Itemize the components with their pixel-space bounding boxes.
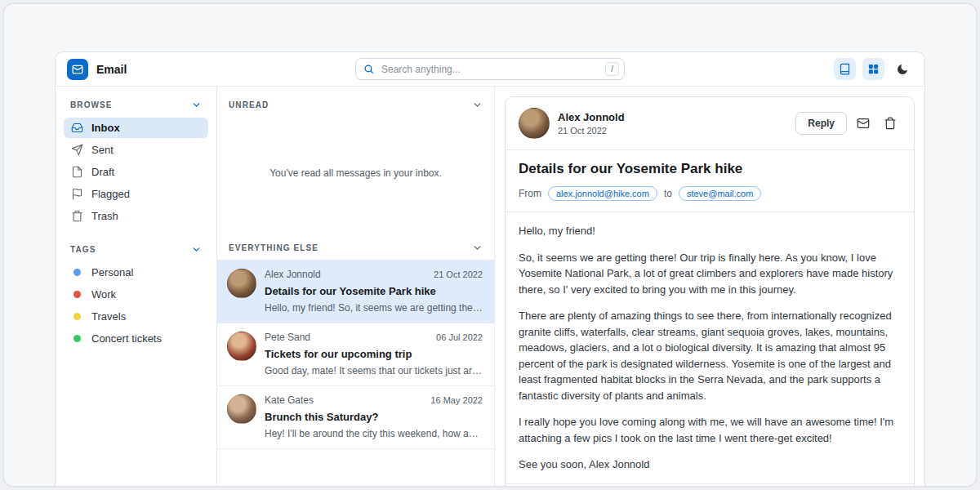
- apps-grid-icon: [867, 63, 880, 75]
- to-email-chip[interactable]: steve@mail.com: [679, 186, 761, 201]
- sender-info: Alex Jonnold 21 Oct 2022: [558, 111, 625, 136]
- divider: [506, 149, 914, 150]
- email-body-paragraph: See you soon, Alex Jonnold: [519, 457, 901, 473]
- avatar: [227, 269, 256, 298]
- divider: [506, 483, 914, 484]
- sidebar-item-label: Trash: [91, 210, 118, 222]
- book-icon: [839, 63, 851, 75]
- tag-color-dot: [74, 269, 81, 276]
- sender-name: Alex Jonnold: [558, 111, 625, 123]
- tag-label: Personal: [91, 266, 133, 278]
- avatar: [519, 108, 550, 139]
- to-label: to: [664, 188, 672, 199]
- delete-icon-button[interactable]: [879, 113, 901, 135]
- chevron-down-icon[interactable]: [191, 244, 202, 255]
- mail-item-body: Pete Sand 06 Jul 2022 Tickets for our up…: [265, 332, 483, 376]
- tags-list: Personal Work Travels Concert tickets: [64, 262, 208, 349]
- everything-else-label: Everything else: [229, 243, 318, 252]
- chevron-down-icon[interactable]: [472, 243, 483, 253]
- unread-empty-message: You've read all messages in your inbox.: [217, 117, 494, 229]
- mail-item-snippet: Good day, mate! It seems that our ticket…: [265, 365, 483, 376]
- window-frame: Email /: [2, 2, 978, 488]
- tag-color-dot: [74, 313, 81, 320]
- sidebar-item-inbox[interactable]: Inbox: [64, 118, 208, 138]
- mail-item-meta: Alex Jonnold 21 Oct 2022: [265, 269, 483, 280]
- app-title: Email: [96, 63, 127, 76]
- brand: Email: [67, 59, 127, 80]
- sidebar-item-flagged[interactable]: Flagged: [64, 184, 208, 204]
- mail-list-item[interactable]: Pete Sand 06 Jul 2022 Tickets for our up…: [217, 323, 494, 386]
- mail-item-title: Tickets for our upcoming trip: [265, 348, 483, 360]
- moon-icon: [896, 63, 909, 76]
- chevron-down-icon[interactable]: [191, 100, 202, 110]
- inbox-icon: [70, 122, 83, 134]
- trash-icon: [884, 117, 897, 130]
- email-app: Email /: [55, 51, 925, 488]
- tag-item-personal[interactable]: Personal: [64, 262, 208, 283]
- unread-section-header[interactable]: Unread: [217, 87, 494, 117]
- mail-items-list: Alex Jonnold 21 Oct 2022 Details for our…: [217, 260, 494, 449]
- divider: [506, 212, 914, 212]
- header-actions: [834, 58, 913, 80]
- search-box: /: [355, 58, 625, 80]
- mail-item-date: 06 Jul 2022: [436, 332, 483, 342]
- tag-item-travels[interactable]: Travels: [64, 306, 208, 327]
- tags-section-header[interactable]: Tags: [64, 244, 208, 255]
- tag-item-concert-tickets[interactable]: Concert tickets: [64, 328, 208, 349]
- sidebar-item-label: Inbox: [91, 122, 120, 134]
- sidebar-item-sent[interactable]: Sent: [64, 140, 208, 160]
- tag-color-dot: [74, 291, 81, 298]
- email-body-paragraph: So, it seems we are getting there! Our t…: [519, 250, 901, 298]
- search-input[interactable]: [380, 63, 599, 76]
- email-card-header: Alex Jonnold 21 Oct 2022 Reply: [519, 108, 901, 139]
- from-email-chip[interactable]: alex.jonnold@hike.com: [548, 186, 657, 201]
- header-bar: Email /: [56, 52, 924, 87]
- email-body-paragraph: There are plenty of amazing things to se…: [519, 308, 901, 403]
- mail-item-title: Details for our Yosemite Park hike: [265, 285, 483, 297]
- email-card: Alex Jonnold 21 Oct 2022 Reply: [505, 96, 915, 488]
- email-date: 21 Oct 2022: [558, 126, 625, 136]
- draft-icon: [70, 166, 83, 178]
- email-body-paragraph: I really hope you love coming along with…: [519, 414, 901, 446]
- sidebar-item-label: Flagged: [91, 188, 130, 200]
- mail-item-title: Brunch this Saturday?: [265, 411, 483, 423]
- mail-item-sender: Pete Sand: [265, 332, 310, 343]
- from-to-row: From alex.jonnold@hike.com to steve@mail…: [519, 186, 901, 201]
- avatar: [227, 394, 256, 424]
- search-shortcut-key: /: [605, 62, 619, 76]
- tag-item-work[interactable]: Work: [64, 284, 208, 305]
- apps-grid-icon-button[interactable]: [862, 58, 884, 80]
- mail-list-pane: Unread You've read all messages in your …: [217, 87, 495, 488]
- reply-button[interactable]: Reply: [795, 112, 847, 135]
- send-icon: [70, 144, 83, 156]
- email-body-paragraph: Hello, my friend!: [519, 223, 901, 239]
- mail-list-item[interactable]: Alex Jonnold 21 Oct 2022 Details for our…: [217, 261, 494, 323]
- mail-item-sender: Alex Jonnold: [265, 269, 321, 280]
- forward-mail-icon-button[interactable]: [852, 113, 874, 135]
- mail-item-sender: Kate Gates: [265, 394, 314, 406]
- everything-else-section-header[interactable]: Everything else: [217, 229, 494, 260]
- mail-item-date: 21 Oct 2022: [434, 270, 483, 279]
- dark-mode-toggle[interactable]: [891, 58, 913, 80]
- flag-icon: [70, 188, 83, 200]
- mail-item-meta: Pete Sand 06 Jul 2022: [265, 332, 483, 343]
- sidebar-item-label: Draft: [91, 166, 114, 178]
- tags-label: Tags: [70, 245, 96, 254]
- chevron-down-icon[interactable]: [472, 100, 483, 110]
- from-label: From: [519, 188, 541, 199]
- email-actions: Reply: [795, 112, 901, 135]
- mail-list-item[interactable]: Kate Gates 16 May 2022 Brunch this Satur…: [217, 386, 494, 449]
- tag-label: Work: [91, 288, 116, 301]
- email-detail-pane: Alex Jonnold 21 Oct 2022 Reply: [495, 87, 924, 488]
- book-icon-button[interactable]: [834, 58, 856, 80]
- avatar: [227, 332, 256, 361]
- email-logo-icon[interactable]: [67, 59, 88, 80]
- mail-item-snippet: Hey! I'll be around the city this weeken…: [265, 428, 483, 439]
- mail-icon: [857, 117, 870, 130]
- sidebar-item-trash[interactable]: Trash: [64, 206, 208, 226]
- browse-section-header[interactable]: Browse: [64, 100, 208, 110]
- mail-item-date: 16 May 2022: [430, 395, 483, 405]
- tag-color-dot: [74, 335, 81, 342]
- unread-label: Unread: [229, 100, 269, 109]
- sidebar-item-draft[interactable]: Draft: [64, 162, 208, 182]
